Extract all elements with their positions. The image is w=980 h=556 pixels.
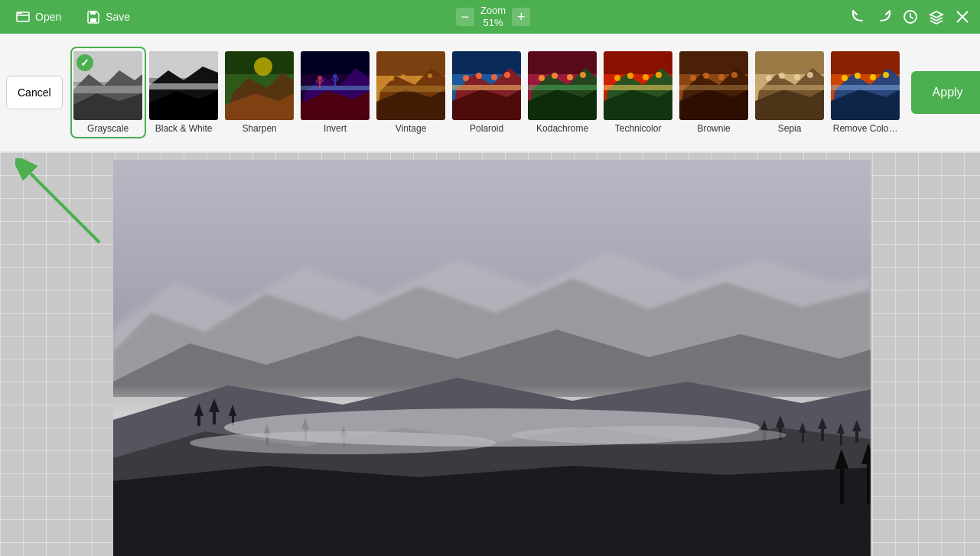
svg-point-88	[807, 72, 813, 78]
main-image	[113, 160, 871, 556]
svg-point-49	[463, 75, 469, 81]
open-icon	[15, 9, 31, 24]
svg-point-94	[842, 75, 848, 81]
svg-point-67	[614, 75, 620, 81]
svg-point-76	[690, 75, 696, 81]
svg-point-77	[703, 73, 709, 79]
svg-point-50	[476, 73, 482, 79]
filter-invert[interactable]: Invert	[299, 48, 372, 137]
save-button[interactable]: Save	[80, 6, 136, 28]
svg-point-27	[317, 76, 322, 80]
filter-polaroid[interactable]: Polaroid	[451, 48, 523, 137]
svg-point-41	[401, 74, 405, 79]
filter-label-technicolor: Technicolor	[615, 123, 662, 134]
svg-rect-48	[452, 85, 521, 90]
filter-grayscale[interactable]: ✓ Grayscale	[72, 48, 145, 137]
svg-point-58	[539, 75, 545, 81]
svg-point-86	[779, 73, 785, 79]
svg-marker-108	[113, 466, 871, 556]
filter-thumb-removecol	[831, 51, 900, 120]
svg-rect-130	[821, 428, 824, 441]
svg-rect-16	[149, 83, 218, 89]
arrow-indicator	[15, 158, 107, 250]
svg-line-99	[31, 174, 99, 242]
svg-point-43	[428, 73, 432, 78]
filter-kodachrome[interactable]: Kodachrome	[526, 48, 599, 137]
save-icon	[86, 9, 101, 24]
cancel-button[interactable]: Cancel	[6, 76, 63, 109]
svg-point-87	[794, 74, 800, 80]
svg-point-21	[254, 57, 272, 76]
undo-button[interactable]	[850, 8, 867, 25]
filter-label-brownie: Brownie	[697, 123, 730, 134]
filter-brownie[interactable]: Brownie	[678, 48, 750, 137]
svg-rect-136	[840, 466, 844, 504]
svg-point-85	[766, 75, 772, 81]
filter-label-kodachrome: Kodachrome	[536, 123, 588, 134]
svg-point-52	[504, 72, 510, 78]
svg-rect-84	[755, 85, 824, 90]
history-button[interactable]	[902, 8, 919, 25]
zoom-value: 51%	[480, 17, 506, 29]
svg-rect-128	[802, 431, 804, 443]
filter-label-removecol: Remove Colo…	[833, 123, 898, 134]
filter-thumb-polaroid	[452, 51, 521, 120]
zoom-display: Zoom 51%	[480, 5, 506, 28]
svg-point-61	[580, 72, 586, 78]
filter-thumb-grayscale: ✓	[73, 51, 142, 120]
svg-rect-134	[855, 430, 858, 443]
svg-point-70	[656, 72, 662, 78]
zoom-minus-button[interactable]: −	[456, 8, 474, 26]
svg-point-68	[627, 73, 633, 79]
svg-point-78	[718, 74, 724, 80]
filter-thumb-blackwhite	[149, 51, 218, 120]
main-toolbar: Open Save − Zoom 51% +	[0, 0, 980, 34]
svg-point-96	[870, 74, 876, 80]
filter-thumb-sepia	[755, 51, 824, 120]
filter-vintage[interactable]: Vintage	[375, 48, 448, 137]
svg-rect-3	[90, 11, 96, 15]
svg-point-60	[567, 74, 573, 80]
canvas-area	[0, 152, 980, 556]
svg-point-51	[491, 74, 497, 80]
zoom-control: − Zoom 51% +	[456, 5, 530, 28]
svg-point-59	[552, 73, 558, 79]
svg-rect-93	[831, 85, 900, 90]
svg-point-31	[333, 74, 337, 79]
svg-rect-140	[867, 462, 871, 504]
apply-button[interactable]: Apply	[911, 71, 980, 114]
open-button[interactable]: Open	[9, 6, 67, 28]
layers-button[interactable]	[928, 8, 945, 25]
filter-label-grayscale: Grayscale	[87, 123, 129, 134]
filter-sharpen[interactable]: Sharpen	[223, 48, 296, 137]
svg-rect-57	[528, 85, 597, 90]
filter-thumb-sharpen	[225, 51, 294, 120]
svg-rect-66	[604, 85, 672, 90]
zoom-plus-button[interactable]: +	[512, 8, 530, 26]
close-button[interactable]	[954, 8, 971, 25]
svg-point-97	[883, 72, 889, 78]
selected-badge: ✓	[77, 54, 93, 71]
filter-thumb-kodachrome	[528, 51, 597, 120]
filter-blackwhite[interactable]: Black & White	[148, 48, 220, 137]
redo-button[interactable]	[876, 8, 893, 25]
filter-label-sepia: Sepia	[778, 123, 802, 134]
svg-rect-2	[90, 18, 96, 22]
filter-label-vintage: Vintage	[396, 123, 426, 134]
svg-rect-132	[840, 433, 842, 445]
filter-removecol[interactable]: Remove Colo…	[829, 48, 902, 137]
svg-rect-39	[376, 86, 445, 92]
filter-sepia[interactable]: Sepia	[754, 48, 826, 137]
open-label: Open	[35, 11, 61, 23]
filter-label-blackwhite: Black & White	[155, 123, 213, 134]
svg-point-144	[511, 426, 786, 444]
toolbar-right-actions	[850, 8, 971, 25]
filter-technicolor[interactable]: Technicolor	[602, 48, 675, 137]
filter-thumb-invert	[301, 51, 370, 120]
zoom-title: Zoom	[480, 5, 506, 17]
save-label: Save	[106, 11, 130, 23]
svg-point-143	[190, 431, 496, 454]
svg-rect-11	[73, 86, 142, 93]
filter-thumb-brownie	[679, 51, 748, 120]
svg-rect-75	[679, 85, 748, 90]
